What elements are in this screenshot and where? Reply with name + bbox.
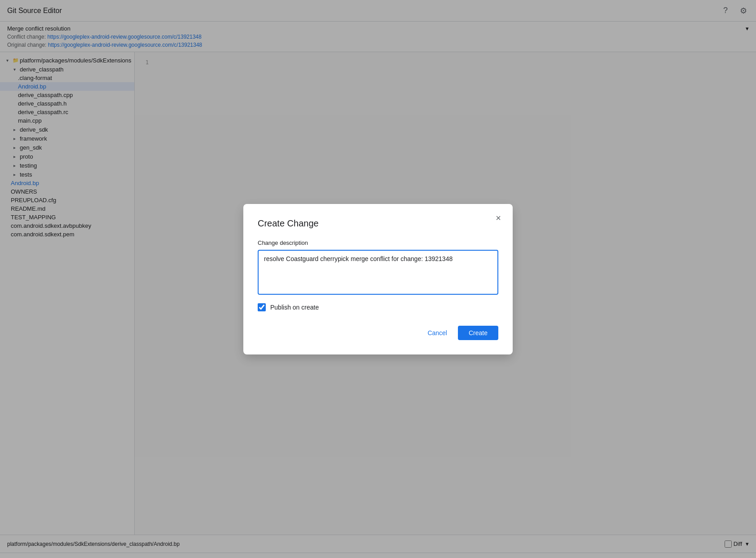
- modal-actions: Cancel Create: [258, 326, 498, 340]
- modal-overlay: × Create Change Change description resol…: [0, 0, 756, 558]
- publish-label[interactable]: Publish on create: [270, 304, 319, 311]
- publish-checkbox-row: Publish on create: [258, 303, 498, 311]
- create-button[interactable]: Create: [458, 326, 498, 340]
- description-textarea[interactable]: resolve Coastguard cherrypick merge conf…: [258, 250, 498, 295]
- description-label: Change description: [258, 239, 498, 246]
- modal-close-button[interactable]: ×: [491, 211, 505, 226]
- modal-title: Create Change: [258, 218, 498, 229]
- publish-checkbox[interactable]: [258, 303, 266, 311]
- create-change-modal: × Create Change Change description resol…: [243, 204, 513, 354]
- cancel-button[interactable]: Cancel: [420, 326, 454, 340]
